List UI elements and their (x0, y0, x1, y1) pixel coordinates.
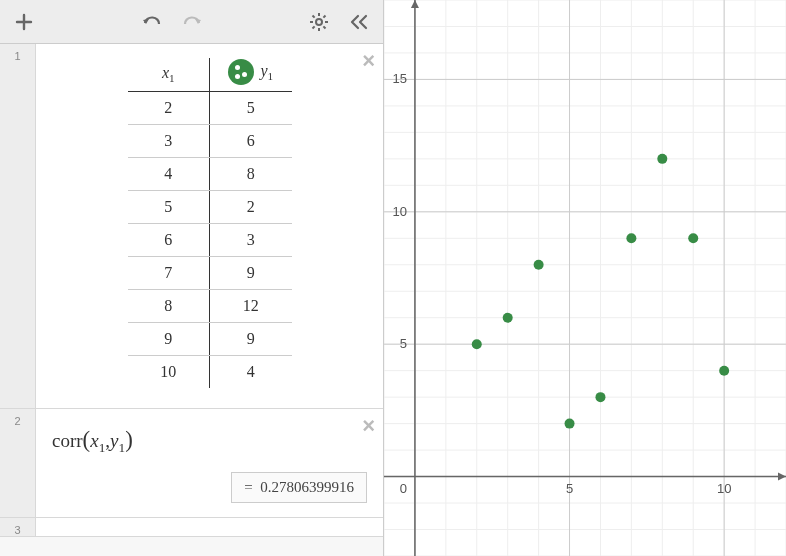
data-point[interactable] (503, 313, 513, 323)
svg-text:10: 10 (717, 481, 731, 496)
expression-row[interactable]: 2 × corr(x1,y1) = 0.27806399916 (0, 409, 383, 518)
expression-index: 2 (0, 409, 36, 517)
table-header-y[interactable]: y1 (210, 58, 292, 91)
table-cell-x[interactable]: 4 (128, 157, 210, 190)
expression-formula[interactable]: corr(x1,y1) (52, 423, 367, 466)
table-row[interactable]: 48 (128, 157, 292, 190)
toolbar (0, 0, 383, 44)
table-cell-y[interactable]: 6 (210, 124, 292, 157)
undo-button[interactable] (136, 6, 168, 38)
table-row[interactable]: 79 (128, 256, 292, 289)
table-header-x[interactable]: x1 (128, 58, 210, 91)
table-cell-x[interactable]: 2 (128, 91, 210, 124)
table-cell-y[interactable]: 12 (210, 289, 292, 322)
settings-button[interactable] (303, 6, 335, 38)
svg-text:15: 15 (392, 71, 406, 86)
svg-line-5 (313, 15, 315, 17)
svg-text:5: 5 (566, 481, 573, 496)
table-cell-y[interactable]: 2 (210, 190, 292, 223)
table-row[interactable]: 52 (128, 190, 292, 223)
table-row[interactable]: 812 (128, 289, 292, 322)
data-table[interactable]: x1 y1 25364852637981299104 (128, 58, 292, 388)
data-point[interactable] (565, 419, 575, 429)
table-cell-y[interactable]: 3 (210, 223, 292, 256)
graph-panel[interactable]: 510510150 (384, 0, 786, 556)
graph-canvas[interactable]: 510510150 (384, 0, 786, 556)
expression-index: 1 (0, 44, 36, 408)
data-point[interactable] (688, 233, 698, 243)
svg-line-8 (323, 15, 325, 17)
data-point[interactable] (534, 260, 544, 270)
redo-button (176, 6, 208, 38)
svg-line-7 (313, 26, 315, 28)
data-point[interactable] (595, 392, 605, 402)
table-cell-x[interactable]: 10 (128, 355, 210, 388)
expression-list[interactable]: 1 × x1 y1 (0, 44, 383, 556)
svg-point-0 (316, 19, 322, 25)
table-row[interactable]: 63 (128, 223, 292, 256)
table-row[interactable]: 99 (128, 322, 292, 355)
svg-text:0: 0 (400, 481, 407, 496)
table-cell-y[interactable]: 8 (210, 157, 292, 190)
scatter-plot-icon[interactable] (228, 59, 254, 85)
table-row[interactable]: 104 (128, 355, 292, 388)
close-icon[interactable]: × (362, 50, 375, 72)
close-icon[interactable]: × (362, 415, 375, 437)
svg-text:5: 5 (400, 336, 407, 351)
result-output: = 0.27806399916 (231, 472, 367, 503)
collapse-panel-button[interactable] (343, 6, 375, 38)
table-cell-x[interactable]: 3 (128, 124, 210, 157)
table-cell-x[interactable]: 9 (128, 322, 210, 355)
data-point[interactable] (472, 339, 482, 349)
table-cell-x[interactable]: 7 (128, 256, 210, 289)
svg-line-6 (323, 26, 325, 28)
table-cell-y[interactable]: 9 (210, 322, 292, 355)
data-point[interactable] (719, 366, 729, 376)
table-cell-y[interactable]: 4 (210, 355, 292, 388)
data-point[interactable] (657, 154, 667, 164)
table-cell-y[interactable]: 5 (210, 91, 292, 124)
table-row[interactable]: 25 (128, 91, 292, 124)
table-cell-x[interactable]: 5 (128, 190, 210, 223)
svg-text:10: 10 (392, 204, 406, 219)
table-row[interactable]: 36 (128, 124, 292, 157)
add-button[interactable] (8, 6, 40, 38)
data-point[interactable] (626, 233, 636, 243)
expression-row[interactable]: 3 (0, 518, 383, 537)
expression-panel: 1 × x1 y1 (0, 0, 384, 556)
expression-index: 3 (0, 518, 36, 536)
table-cell-x[interactable]: 8 (128, 289, 210, 322)
expression-row[interactable]: 1 × x1 y1 (0, 44, 383, 409)
table-cell-y[interactable]: 9 (210, 256, 292, 289)
table-cell-x[interactable]: 6 (128, 223, 210, 256)
